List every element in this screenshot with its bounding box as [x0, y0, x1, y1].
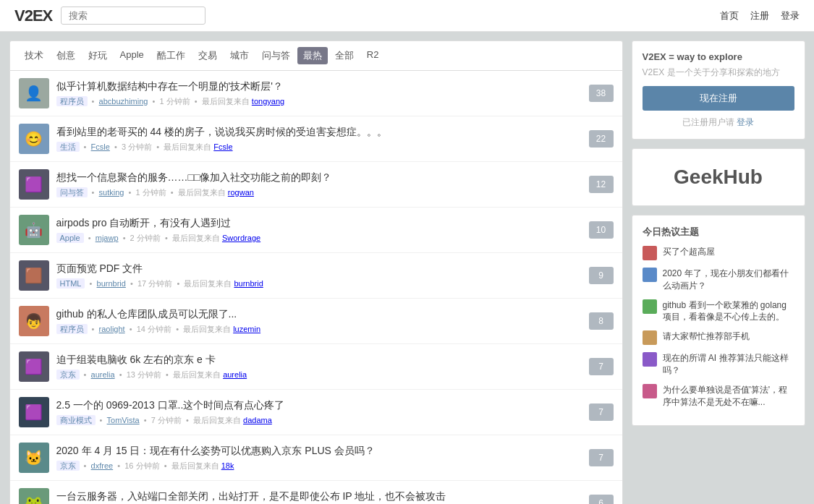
tab-问与答[interactable]: 问与答: [256, 47, 296, 64]
post-title[interactable]: 迫于组装电脑收 6k 左右的京东 e 卡: [56, 354, 583, 367]
post-last-reply-user[interactable]: burnbrid: [234, 279, 263, 288]
geekhub-banner[interactable]: GeekHub: [632, 148, 805, 206]
hot-item-text[interactable]: 现在的所谓 AI 推荐算法只能这样吗？: [663, 352, 794, 377]
hot-item-text[interactable]: github 看到一个欧莱雅的 golang 项目，看着像是不心传上去的。: [663, 299, 794, 324]
post-node[interactable]: 生活: [56, 142, 80, 152]
sidebar: V2EX = way to explore V2EX 是一个关于分享和探索的地方…: [632, 40, 805, 504]
tab-城市[interactable]: 城市: [224, 47, 255, 64]
post-node[interactable]: 京东: [56, 370, 80, 380]
post-last-reply-user[interactable]: luzemin: [233, 325, 260, 333]
hot-item-icon: [643, 246, 657, 260]
post-last-reply-label: 最后回复来自 Fcsle: [164, 142, 232, 151]
post-row: 🟪 迫于组装电脑收 6k 左右的京东 e 卡 京东 • aurelia • 13…: [10, 344, 622, 390]
post-title[interactable]: airpods pro 自动断开，有没有人遇到过: [56, 217, 583, 230]
hot-item-text[interactable]: 2020 年了，现在小朋友们都看什么动画片？: [663, 268, 794, 292]
post-list: 👤 似乎计算机数据结构中存在一个明显的'技术断层'？ 程序员 • abcbuzh…: [9, 71, 623, 504]
post-main: 看到站里的老哥买的 44 楼的房子，说说我买房时候的受迫害妄想症。。。 生活 •…: [56, 126, 583, 153]
post-node[interactable]: 商业模式: [56, 415, 96, 425]
post-last-reply-user[interactable]: tongyang: [252, 97, 284, 106]
site-logo[interactable]: V2EX: [14, 7, 52, 25]
post-last-reply-label: 最后回复来自 aurelia: [173, 370, 247, 379]
post-author[interactable]: dxfree: [91, 461, 114, 470]
post-time: 16 分钟前: [124, 461, 159, 470]
post-avatar: 🟪: [19, 397, 49, 427]
post-title[interactable]: 想找一个信息聚合的服务……□□像加入社交功能之前的即刻？: [56, 171, 583, 184]
search-input[interactable]: [61, 7, 205, 25]
header-nav: 首页 注册 登录: [720, 9, 800, 22]
post-node[interactable]: Apple: [56, 233, 84, 243]
post-last-reply-user[interactable]: rogwan: [228, 188, 254, 197]
post-author[interactable]: sutking: [99, 188, 124, 197]
post-time: 2 分钟前: [130, 234, 161, 242]
post-avatar: 👦: [19, 306, 49, 336]
register-box: V2EX = way to explore V2EX 是一个关于分享和探索的地方…: [632, 40, 805, 140]
hot-item: github 看到一个欧莱雅的 golang 项目，看着像是不心传上去的。: [643, 299, 794, 324]
post-time: 1 分钟前: [160, 97, 190, 106]
post-last-reply-user[interactable]: dadama: [243, 416, 272, 424]
tab-R2[interactable]: R2: [361, 47, 385, 64]
geekhub-text: GeekHub: [674, 166, 763, 189]
login-link[interactable]: 登录: [737, 117, 754, 127]
post-title[interactable]: 2020 年 4 月 15 日：现在有什么姿势可以优惠购入京东 PLUS 会员吗…: [56, 445, 583, 458]
post-meta: HTML • burnbrid • 17 分钟前 • 最后回复来自 burnbr…: [56, 278, 583, 289]
post-last-reply-label: 最后回复来自 dadama: [193, 416, 272, 424]
post-last-reply-user[interactable]: 18k: [221, 461, 234, 470]
post-node[interactable]: HTML: [56, 278, 85, 289]
nav-register[interactable]: 注册: [750, 9, 769, 22]
post-time: 1 分钟前: [136, 188, 166, 197]
post-meta: 京东 • dxfree • 16 分钟前 • 最后回复来自 18k: [56, 461, 583, 471]
post-count: 7: [589, 449, 614, 466]
nav-home[interactable]: 首页: [720, 9, 739, 22]
hot-list: 买了个超高屋 2020 年了，现在小朋友们都看什么动画片？ github 看到一…: [643, 246, 794, 408]
post-node[interactable]: 程序员: [56, 324, 88, 334]
hot-item-icon: [643, 384, 657, 398]
tab-Apple[interactable]: Apple: [114, 47, 150, 64]
tab-全部[interactable]: 全部: [329, 47, 360, 64]
register-button[interactable]: 现在注册: [643, 86, 794, 111]
post-author[interactable]: mjawp: [96, 234, 119, 242]
hot-item: 请大家帮忙推荐部手机: [643, 330, 794, 345]
post-author[interactable]: Fcsle: [91, 142, 110, 151]
post-last-reply-label: 最后回复来自 luzemin: [183, 325, 260, 333]
post-last-reply-user[interactable]: Swordrage: [222, 234, 260, 242]
post-time: 14 分钟前: [137, 325, 171, 333]
hot-topics-box: 今日热议主题 买了个超高屋 2020 年了，现在小朋友们都看什么动画片？ git…: [632, 215, 805, 426]
hot-item: 为什么要单独说是否值'算法'，程序中算法不是无处不在嘛...: [643, 384, 794, 409]
post-author[interactable]: aurelia: [91, 370, 115, 379]
hot-item-text[interactable]: 请大家帮忙推荐部手机: [663, 330, 750, 343]
content-area: 技术创意好玩Apple酷工作交易城市问与答最热全部R2 👤 似乎计算机数据结构中…: [9, 40, 623, 504]
post-node[interactable]: 问与答: [56, 187, 88, 197]
tab-最热[interactable]: 最热: [297, 47, 328, 64]
tab-技术[interactable]: 技术: [19, 47, 49, 64]
post-author[interactable]: abcbuzhiming: [99, 97, 148, 106]
post-title[interactable]: 2.5 一个的 0969-2013 口罩..这个时间点有点心疼了: [56, 399, 583, 412]
tab-nav: 技术创意好玩Apple酷工作交易城市问与答最热全部R2: [9, 40, 623, 71]
post-last-reply-user[interactable]: Fcsle: [213, 142, 232, 151]
tab-交易[interactable]: 交易: [192, 47, 223, 64]
post-title[interactable]: 看到站里的老哥买的 44 楼的房子，说说我买房时候的受迫害妄想症。。。: [56, 126, 583, 139]
post-avatar: 🐸: [19, 488, 49, 504]
post-title[interactable]: 页面预览 PDF 文件: [56, 262, 583, 276]
post-main: airpods pro 自动断开，有没有人遇到过 Apple • mjawp •…: [56, 217, 583, 244]
post-author[interactable]: raolight: [99, 325, 125, 333]
tab-酷工作[interactable]: 酷工作: [151, 47, 191, 64]
post-row: 🟪 想找一个信息聚合的服务……□□像加入社交功能之前的即刻？ 问与答 • sut…: [10, 162, 622, 208]
tab-好玩[interactable]: 好玩: [82, 47, 113, 64]
post-title[interactable]: github 的私人仓库团队成员可以无限了...: [56, 308, 583, 321]
post-row: 😊 看到站里的老哥买的 44 楼的房子，说说我买房时候的受迫害妄想症。。。 生活…: [10, 116, 622, 162]
post-last-reply-label: 最后回复来自 burnbrid: [184, 279, 263, 288]
post-count: 10: [589, 221, 614, 239]
post-title[interactable]: 似乎计算机数据结构中存在一个明显的'技术断层'？: [56, 80, 583, 93]
hot-item-text[interactable]: 买了个超高屋: [663, 246, 715, 258]
hot-item: 现在的所谓 AI 推荐算法只能这样吗？: [643, 352, 794, 377]
post-author[interactable]: burnbrid: [97, 279, 126, 288]
post-title[interactable]: 一台云服务器，入站端口全部关闭，出站打开，是不是即使公布 IP 地址，也不会被攻…: [56, 490, 583, 503]
hot-item-text[interactable]: 为什么要单独说是否值'算法'，程序中算法不是无处不在嘛...: [663, 384, 794, 409]
post-node[interactable]: 京东: [56, 461, 80, 471]
post-last-reply-user[interactable]: aurelia: [223, 370, 247, 379]
post-node[interactable]: 程序员: [56, 96, 88, 106]
post-author[interactable]: TomVista: [107, 416, 140, 424]
tab-创意[interactable]: 创意: [51, 47, 81, 64]
post-row: 🟫 页面预览 PDF 文件 HTML • burnbrid • 17 分钟前 •…: [10, 253, 622, 299]
nav-login[interactable]: 登录: [781, 9, 800, 22]
